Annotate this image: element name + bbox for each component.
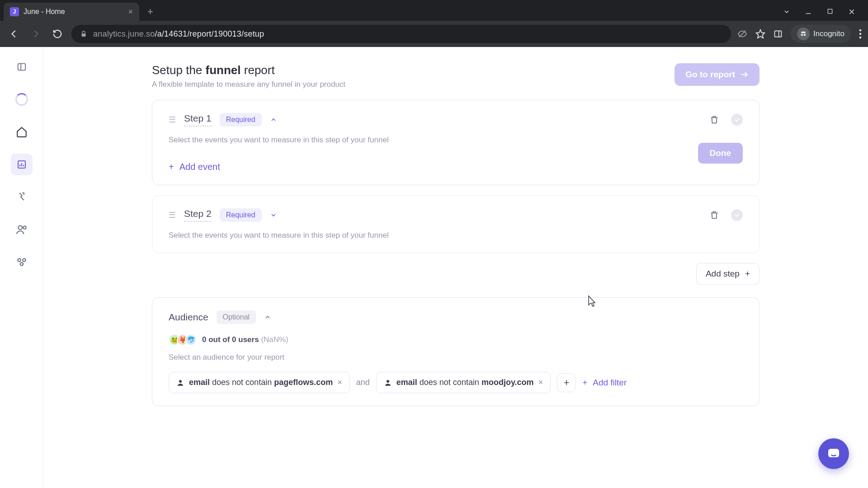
lock-icon (80, 30, 88, 38)
favicon-icon: J (10, 7, 19, 16)
avatar-icon: 🐬 (185, 334, 197, 346)
new-tab-button[interactable]: + (143, 6, 158, 18)
svg-point-21 (23, 226, 26, 229)
incognito-badge[interactable]: Incognito (791, 25, 851, 43)
step-card-1: ☰ Step 1 Required Select (152, 100, 760, 185)
incognito-label: Incognito (813, 29, 844, 38)
add-event-button[interactable]: + Add event (169, 162, 220, 172)
delete-step-button[interactable] (708, 208, 721, 222)
svg-rect-14 (18, 64, 25, 70)
minimize-icon[interactable] (804, 8, 813, 15)
sidebar-collapse-button[interactable] (11, 56, 33, 78)
filter-chip[interactable]: email does not contain pageflows.com × (169, 372, 350, 393)
user-icon (176, 379, 184, 387)
kebab-menu-icon[interactable] (859, 29, 862, 39)
svg-marker-6 (756, 30, 764, 38)
svg-rect-1 (828, 9, 832, 13)
step-description: Select the events you want to measure in… (169, 231, 743, 240)
eye-off-icon[interactable] (737, 29, 747, 39)
go-to-report-button[interactable]: Go to report (675, 63, 760, 86)
sidebar-item-users[interactable] (11, 219, 33, 240)
status-incomplete-icon (731, 114, 743, 126)
add-condition-button[interactable]: + (557, 373, 576, 392)
page-subtitle: A flexible template to measure any funne… (152, 80, 345, 89)
required-badge: Required (220, 208, 262, 222)
avatar-stack: 🐸 🦊 🐬 (169, 334, 197, 346)
svg-point-22 (18, 258, 21, 262)
panel-icon[interactable] (774, 29, 783, 38)
audience-count: 0 out of 0 users (NaN%) (202, 335, 288, 344)
forward-button[interactable] (28, 26, 43, 42)
sidebar-item-events[interactable] (11, 186, 33, 208)
chevron-down-icon[interactable] (782, 8, 791, 15)
required-badge: Required (220, 113, 262, 127)
remove-filter-icon[interactable]: × (337, 378, 342, 387)
audience-card: Audience Optional 🐸 🦊 🐬 0 out of 0 users… (152, 297, 760, 406)
page-header: Setup the funnel report A flexible templ… (152, 63, 760, 89)
status-incomplete-icon (731, 209, 743, 221)
svg-rect-4 (82, 33, 86, 37)
step-title[interactable]: Step 2 (184, 208, 212, 222)
svg-point-9 (801, 34, 803, 36)
chevron-up-icon[interactable] (264, 314, 271, 321)
svg-point-26 (179, 380, 182, 383)
back-button[interactable] (6, 26, 22, 42)
url-text: analytics.june.so/a/14631/report/190013/… (93, 29, 264, 39)
intercom-fab[interactable] (818, 438, 849, 469)
audience-title: Audience (169, 312, 208, 323)
svg-point-13 (859, 37, 861, 38)
sidebar (0, 47, 43, 488)
remove-filter-icon[interactable]: × (538, 378, 543, 387)
app: Setup the funnel report A flexible templ… (0, 47, 868, 488)
step-description: Select the events you want to measure in… (169, 136, 743, 145)
star-icon[interactable] (755, 29, 765, 39)
filter-chip[interactable]: email does not contain moodjoy.com × (376, 372, 551, 393)
svg-rect-7 (775, 31, 782, 37)
svg-point-10 (804, 34, 806, 36)
close-tab-icon[interactable]: × (128, 7, 133, 17)
filter-row: email does not contain pageflows.com × a… (169, 372, 743, 393)
svg-point-27 (387, 380, 389, 383)
drag-handle-icon[interactable]: ☰ (169, 210, 176, 220)
chevron-down-icon[interactable] (270, 211, 277, 219)
incognito-icon (797, 28, 810, 40)
tab-title: June - Home (24, 8, 123, 16)
plus-icon: + (582, 378, 587, 388)
browser-chrome: J June - Home × + (0, 0, 868, 47)
page-title: Setup the funnel report (152, 63, 345, 77)
svg-point-20 (18, 225, 22, 230)
plus-icon: + (169, 162, 174, 172)
step-title[interactable]: Step 1 (184, 113, 212, 127)
close-window-icon[interactable] (847, 8, 856, 15)
step-card-2[interactable]: ☰ Step 2 Required Select (152, 195, 760, 253)
reload-button[interactable] (50, 26, 65, 42)
sidebar-item-groups[interactable] (11, 251, 33, 273)
svg-point-24 (20, 263, 23, 266)
main: Setup the funnel report A flexible templ… (43, 47, 868, 488)
toolbar-right: Incognito (737, 25, 862, 43)
chevron-up-icon[interactable] (270, 116, 277, 123)
svg-point-12 (859, 33, 861, 35)
chat-icon (826, 446, 841, 461)
plus-icon: + (745, 269, 750, 279)
spinner-icon (15, 93, 28, 106)
optional-badge: Optional (217, 310, 256, 324)
maximize-icon[interactable] (826, 8, 835, 15)
browser-toolbar: analytics.june.so/a/14631/report/190013/… (0, 21, 868, 47)
done-button[interactable]: Done (698, 143, 743, 164)
user-icon (384, 379, 392, 387)
delete-step-button[interactable] (708, 113, 721, 127)
drag-handle-icon[interactable]: ☰ (169, 115, 176, 125)
filter-conjunction: and (356, 378, 370, 387)
svg-point-11 (859, 29, 861, 31)
window-controls (782, 8, 864, 15)
url-bar[interactable]: analytics.june.so/a/14631/report/190013/… (71, 25, 731, 43)
tab-bar: J June - Home × + (0, 0, 868, 21)
add-filter-button[interactable]: + Add filter (582, 378, 627, 388)
add-step-button[interactable]: Add step + (696, 263, 760, 285)
sidebar-item-home[interactable] (11, 121, 33, 143)
browser-tab[interactable]: J June - Home × (4, 3, 139, 21)
sidebar-loading (11, 89, 33, 110)
svg-point-23 (23, 258, 25, 262)
sidebar-item-reports[interactable] (11, 154, 33, 175)
